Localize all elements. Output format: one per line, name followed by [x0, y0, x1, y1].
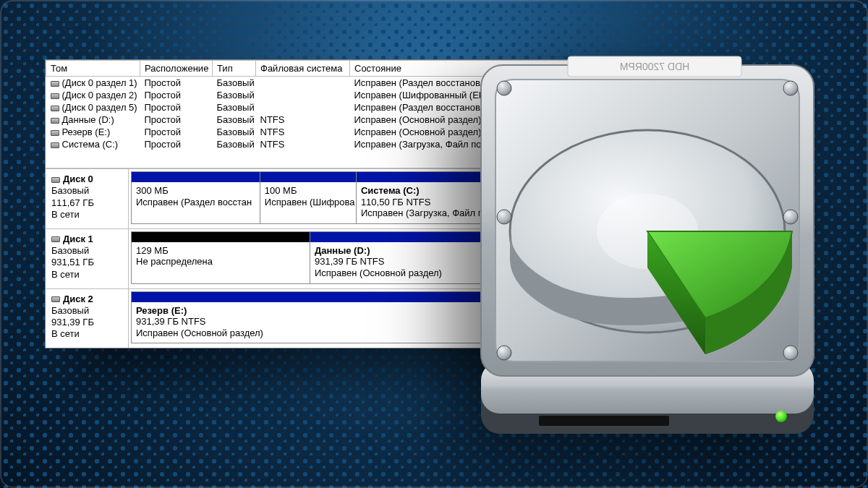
svg-point-12 — [783, 346, 798, 360]
partition[interactable]: 300 МБИсправен (Раздел восстан — [131, 171, 260, 224]
drive-icon — [51, 106, 59, 111]
drive-icon — [51, 236, 60, 242]
disk-info[interactable]: Диск 0Базовый111,67 ГБВ сети — [46, 169, 129, 228]
disk-type: Базовый — [51, 185, 122, 197]
hdd-illustration: HDD 7200RPM — [459, 51, 835, 455]
disk-state: В сети — [51, 269, 122, 281]
partition-size: 129 МБ — [136, 245, 305, 257]
partition-size: 100 МБ — [265, 185, 352, 197]
col-volume[interactable]: Том — [46, 61, 140, 77]
volume-name: Система (C:) — [62, 139, 119, 150]
disk-info[interactable]: Диск 1Базовый931,51 ГБВ сети — [46, 229, 129, 288]
volume-layout: Простой — [140, 126, 213, 138]
volume-name: Резерв (E:) — [62, 127, 111, 137]
partition[interactable]: 129 МБНе распределена — [131, 231, 310, 284]
volume-fs: NTFS — [256, 138, 350, 150]
volume-layout: Простой — [140, 101, 213, 114]
drive-icon — [51, 142, 59, 148]
volume-fs — [256, 89, 350, 101]
volume-type: Базовый — [213, 126, 256, 138]
svg-point-9 — [497, 210, 511, 224]
partition[interactable]: 100 МБИсправен (Шифрова — [260, 171, 357, 224]
drive-icon — [51, 118, 59, 124]
volume-type: Базовый — [213, 114, 256, 126]
hdd-label-text: HDD 7200RPM — [620, 61, 689, 72]
volume-type: Базовый — [213, 138, 256, 150]
volume-layout: Простой — [140, 89, 213, 101]
disk-type: Базовый — [51, 305, 122, 317]
disk-info[interactable]: Диск 2Базовый931,39 ГБВ сети — [46, 289, 129, 348]
disk-state: В сети — [51, 328, 122, 340]
disk-name: Диск 1 — [63, 234, 93, 244]
disk-type: Базовый — [51, 245, 122, 257]
volume-fs: NTFS — [256, 114, 350, 126]
volume-fs — [256, 77, 350, 90]
volume-type: Базовый — [213, 101, 256, 114]
disk-state: В сети — [51, 209, 122, 221]
partition-stripe — [132, 232, 310, 242]
disk-size: 931,51 ГБ — [51, 257, 122, 268]
disk-size: 111,67 ГБ — [51, 197, 122, 209]
svg-point-14 — [775, 411, 787, 422]
svg-point-7 — [497, 81, 511, 95]
partition-status: Исправен (Шифрова — [265, 197, 352, 208]
svg-point-11 — [497, 346, 511, 360]
drive-icon — [51, 130, 59, 136]
volume-layout: Простой — [140, 77, 213, 90]
volume-layout: Простой — [140, 138, 213, 150]
volume-name: (Диск 0 раздел 1) — [62, 77, 137, 88]
volume-name: (Диск 0 раздел 2) — [62, 90, 137, 100]
drive-icon — [51, 81, 59, 87]
volume-type: Базовый — [213, 89, 256, 101]
drive-icon — [51, 177, 60, 183]
svg-point-10 — [783, 210, 798, 224]
svg-rect-13 — [539, 416, 669, 426]
volume-name: (Диск 0 раздел 5) — [62, 102, 137, 113]
volume-name: Данные (D:) — [62, 114, 114, 125]
disk-name: Диск 0 — [63, 174, 93, 184]
drive-icon — [51, 296, 60, 302]
col-filesystem[interactable]: Файловая система — [256, 61, 350, 77]
col-type[interactable]: Тип — [213, 61, 256, 77]
volume-fs — [256, 101, 350, 114]
partition-stripe — [260, 172, 356, 182]
col-layout[interactable]: Расположение — [140, 61, 213, 77]
disk-size: 931,39 ГБ — [51, 317, 122, 328]
volume-type: Базовый — [213, 77, 256, 90]
svg-point-8 — [783, 81, 798, 95]
partition-size: 300 МБ — [136, 185, 255, 197]
partition-status: Не распределена — [136, 256, 305, 267]
partition-status: Исправен (Раздел восстан — [136, 197, 255, 208]
drive-icon — [51, 93, 59, 99]
volume-layout: Простой — [140, 114, 213, 126]
volume-fs: NTFS — [256, 126, 350, 138]
partition-stripe — [132, 172, 260, 182]
disk-name: Диск 2 — [63, 294, 93, 304]
